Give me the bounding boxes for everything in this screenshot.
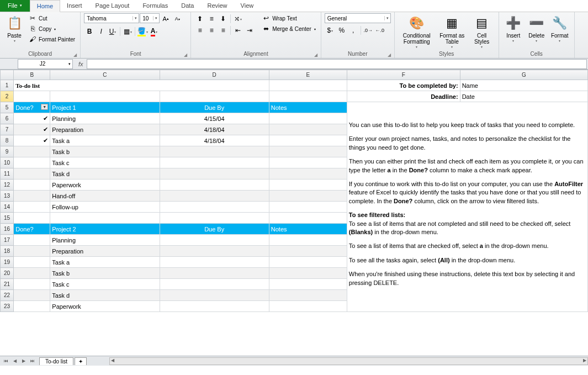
col-F[interactable]: F [347,70,460,80]
new-sheet-button[interactable]: ✦ [75,357,87,365]
tab-page-layout[interactable]: Page Layout [89,0,136,12]
align-left-button[interactable]: ≡ [194,25,205,36]
grow-font-button[interactable]: A▴ [160,13,171,24]
row-5[interactable]: 5 [1,102,14,113]
group-clipboard: 📋 Paste ▾ ✂Cut ⎘Copy▾ 🖌Format Painter Cl… [0,12,81,58]
font-color-button[interactable]: A [149,26,160,37]
ribbon-tabs: File Home Insert Page Layout Formulas Da… [0,0,588,12]
col-B[interactable]: B [14,70,50,80]
fill-color-button[interactable]: 🪣 [137,26,148,37]
clipboard-launcher[interactable]: ◢ [73,52,77,57]
done-header[interactable]: Done? [14,102,50,113]
align-right-button[interactable]: ≡ [218,25,229,36]
completed-by-label[interactable]: To be completed by: [347,80,460,91]
alignment-launcher[interactable]: ◢ [314,52,317,57]
brush-icon: 🖌 [28,35,37,44]
tab-insert[interactable]: Insert [60,0,89,12]
format-table-button[interactable]: ▦Format as Table▾ [437,13,468,50]
completed-by-value[interactable]: Name [460,80,587,91]
tab-review[interactable]: Review [200,0,234,12]
prev-sheet-button[interactable]: ◀ [11,357,19,365]
format-cells-button[interactable]: 🔧Format▾ [549,13,571,44]
tab-view[interactable]: View [234,0,261,12]
merge-center-button[interactable]: ⬌Merge & Center▾ [260,24,317,34]
task-cell[interactable]: Planning [50,113,160,124]
tab-home[interactable]: Home [30,0,60,12]
underline-button[interactable]: U [107,26,118,37]
indent-increase-button[interactable]: ⇥ [244,25,255,36]
project2-header[interactable]: Project 2 [50,224,160,235]
format-painter-button[interactable]: 🖌Format Painter [27,34,77,44]
dueby-header[interactable]: Due By [160,102,269,113]
select-all[interactable] [1,70,14,80]
align-center-button[interactable]: ≡ [206,25,217,36]
horizontal-scrollbar[interactable] [109,357,588,365]
delete-cells-button[interactable]: ➖Delete▾ [526,13,548,44]
cell-styles-button[interactable]: ▤Cell Styles▾ [469,13,495,50]
instructions-box[interactable]: You can use this to-do list to help you … [347,102,587,312]
name-box[interactable]: J2▾ [18,59,73,69]
align-bottom-button[interactable]: ⬇ [218,13,229,24]
percent-button[interactable]: % [336,25,347,36]
fx-button[interactable]: fx [75,61,87,67]
sheet-tab-todo[interactable]: To-do list [39,357,73,365]
bucket-icon: 🪣 [137,27,146,36]
tab-formulas[interactable]: Formulas [136,0,174,12]
cut-button[interactable]: ✂Cut [27,13,77,23]
project1-header[interactable]: Project 1 [50,102,160,113]
currency-button[interactable]: $ [325,25,336,36]
font-name-combo[interactable]: Tahoma▾ [84,13,139,23]
decrease-decimal-button[interactable]: ←.0 [374,25,385,36]
align-top-button[interactable]: ⬆ [194,13,205,24]
number-launcher[interactable]: ◢ [388,52,391,57]
conditional-formatting-button[interactable]: 🎨Conditional Formatting▾ [398,13,436,50]
table-icon: ▦ [443,14,461,32]
last-sheet-button[interactable]: ⏭ [29,357,36,365]
copy-button[interactable]: ⎘Copy▾ [27,24,77,34]
file-tab[interactable]: File [0,0,30,12]
group-font: Tahoma▾ 10▾ A▴ A▾ B I U ▦ 🪣 A Font◢ [81,12,191,58]
align-middle-button[interactable]: ≡ [206,13,217,24]
formula-bar: J2▾ fx [0,59,588,70]
font-color-icon: A [151,27,156,36]
due-cell[interactable]: 4/15/04 [160,113,269,124]
col-E[interactable]: E [269,70,347,80]
group-number: General▾ $ % , .0→ ←.0 Number◢ [321,12,395,58]
comma-button[interactable]: , [348,25,359,36]
tab-data[interactable]: Data [174,0,200,12]
wrap-text-button[interactable]: ↩Wrap Text [260,13,317,23]
page-title[interactable]: To-do list [14,80,269,91]
col-D[interactable]: D [160,70,269,80]
italic-button[interactable]: I [96,26,107,37]
format-icon: 🔧 [551,14,569,32]
increase-decimal-button[interactable]: .0→ [363,25,374,36]
wrap-icon: ↩ [262,14,271,23]
col-G[interactable]: G [460,70,587,80]
notes-header[interactable]: Notes [269,102,347,113]
bold-button[interactable]: B [84,26,95,37]
next-sheet-button[interactable]: ▶ [20,357,28,365]
row-1[interactable]: 1 [1,80,14,91]
deadline-value[interactable]: Date [460,91,587,102]
row-2[interactable]: 2 [1,91,14,102]
done-cell[interactable]: ✔ [14,113,50,124]
formula-input[interactable] [87,59,587,69]
column-headers: B C D E F G [1,70,588,80]
orientation-button[interactable]: ⤭ [232,13,243,24]
indent-decrease-button[interactable]: ⇤ [232,25,243,36]
font-launcher[interactable]: ◢ [184,52,187,57]
clipboard-label: Clipboard [28,51,52,57]
paste-button[interactable]: 📋 Paste ▾ [3,13,25,44]
number-format-combo[interactable]: General▾ [325,13,391,23]
font-size-combo[interactable]: 10▾ [140,13,160,23]
insert-cells-button[interactable]: ➕Insert▾ [502,13,525,44]
done2-header[interactable]: Done? [14,224,50,235]
deadline-label[interactable]: Deadline: [347,91,460,102]
col-C[interactable]: C [50,70,160,80]
first-sheet-button[interactable]: ⏮ [2,357,10,365]
border-button[interactable]: ▦ [122,26,133,37]
grid: B C D E F G 1 To-do list To be completed… [0,70,588,366]
shrink-font-button[interactable]: A▾ [172,13,183,24]
sheet-tabs: ⏮ ◀ ▶ ⏭ To-do list ✦ [0,356,588,366]
paste-label: Paste [7,33,22,39]
